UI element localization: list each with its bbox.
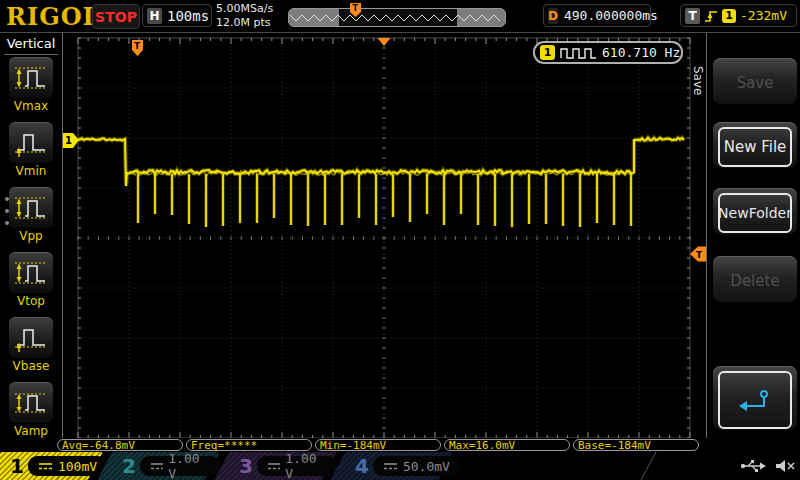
acquisition-info: 5.00MSa/s 12.0M pts [216,2,273,30]
page-dot [5,221,9,225]
channel-2-status[interactable]: 2 1.00 V [97,452,220,480]
frequency-counter: 1 610.710 Hz [533,41,683,64]
speaker-muted-icon [774,458,796,474]
channel-status-bar: 1 100mV 2 1.00 V 3 [0,452,800,480]
top-status-bar: RIGOL STOP H 100ms 5.00MSa/s 12.0M pts T… [0,0,800,33]
vpp-icon [13,193,49,223]
svg-text:T: T [696,250,703,260]
status-icons [740,455,796,477]
measurement-freq: Freq=***** [186,439,312,451]
delay-value: 490.000000ms [564,8,658,23]
return-arrow-icon [736,387,774,413]
timebase-value: 100ms [167,8,209,24]
channel-4-status[interactable]: 4 50.0mV [330,452,453,480]
usb-icon [740,459,766,473]
menu-item-vmin[interactable]: Vmin [0,122,62,178]
waveform-preview-bar: T [288,8,506,27]
menu-item-vbase[interactable]: Vbase [0,317,62,373]
dc-coupling-icon [267,461,280,471]
measurement-max: Max=16.0mV [444,439,570,451]
page-dot [5,209,9,213]
dc-coupling-icon [150,461,163,471]
waveform-display: 1TT [0,0,800,480]
measurement-base: Base=-184mV [573,439,699,451]
measurement-min: Min=-184mV [315,439,441,451]
vertical-measure-menu: Vertical Vmax Vmin Vpp [0,32,63,448]
dc-coupling-icon [383,461,398,471]
channel-1-status[interactable]: 1 100mV [0,452,103,480]
vmin-icon [13,128,49,158]
back-button[interactable] [713,366,797,430]
menu-title: Vertical [4,36,58,55]
trigger-info: T 1 -232mV [680,4,797,27]
svg-text:1: 1 [65,135,72,146]
menu-item-vtop[interactable]: Vtop [0,252,62,308]
measurement-bar: Avg=-64.8mV Freq=***** Min=-184mV Max=16… [0,438,800,452]
vamp-icon [13,388,49,418]
channel-badge: 1 [540,45,555,60]
vbase-icon [13,323,49,353]
page-dot [5,197,9,201]
trigger-level-value: -232mV [740,8,787,23]
rigol-logo: RIGOL [6,2,100,31]
menu-tab-save: Save [690,55,705,107]
channel-3-status[interactable]: 3 1.00 V [214,452,337,480]
measurement-avg: Avg=-64.8mV [57,439,183,451]
rising-edge-icon [704,8,718,24]
memory-depth: 12.0M pts [216,16,273,30]
delay-label: D [548,8,558,24]
horizontal-delay: D 490.000000ms [543,4,651,27]
new-folder-button[interactable]: NewFolder [713,188,797,234]
menu-item-vmax[interactable]: Vmax [0,57,62,113]
svg-text:T: T [353,4,359,13]
dc-coupling-icon [38,461,53,471]
save-button[interactable]: Save [713,58,797,104]
svg-text:T: T [134,41,141,51]
horizontal-timebase: H 100ms [142,4,212,27]
vmax-icon [13,63,49,93]
menu-item-vpp[interactable]: Vpp [0,187,62,243]
frequency-value: 610.710 Hz [602,45,680,60]
vtop-icon [13,258,49,288]
delete-button[interactable]: Delete [713,256,797,302]
menu-item-vamp[interactable]: Vamp [0,382,62,438]
new-file-button[interactable]: New File [713,122,797,168]
horizontal-label: H [147,8,162,24]
run-state-indicator: STOP [92,4,140,29]
trigger-source-badge: 1 [722,9,736,23]
sample-rate: 5.00MSa/s [216,2,273,16]
square-wave-icon [560,46,597,60]
trigger-label: T [685,8,700,24]
save-menu: Save New File NewFolder Delete [706,32,800,448]
